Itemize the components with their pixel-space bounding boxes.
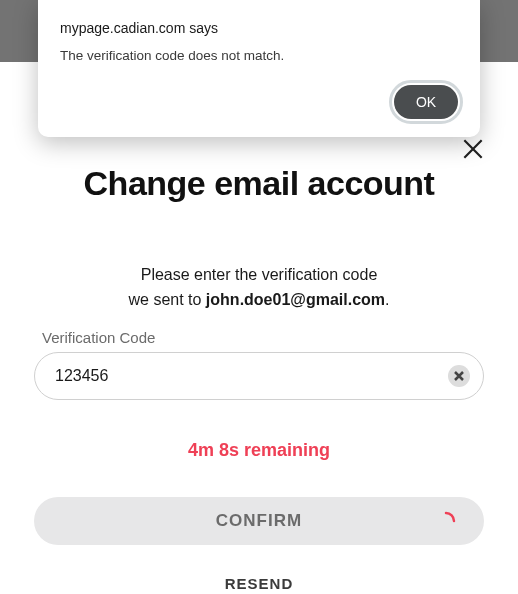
resend-button[interactable]: RESEND — [34, 567, 484, 594]
modal-title: Change email account — [34, 164, 484, 203]
verification-code-input[interactable] — [34, 352, 484, 400]
change-email-modal: Change email account Please enter the ve… — [4, 66, 514, 594]
alert-origin: mypage.cadian.com says — [60, 20, 458, 36]
alert-ok-button[interactable]: OK — [394, 85, 458, 119]
code-input-wrap — [34, 352, 484, 400]
confirm-button[interactable]: CONFIRM — [34, 497, 484, 545]
close-icon[interactable] — [460, 136, 486, 162]
x-icon — [454, 371, 464, 381]
browser-alert: mypage.cadian.com says The verification … — [38, 0, 480, 137]
loading-spinner-icon — [436, 511, 456, 531]
target-email: john.doe01@gmail.com — [206, 291, 385, 308]
field-label: Verification Code — [42, 329, 484, 346]
countdown-timer: 4m 8s remaining — [34, 440, 484, 461]
confirm-label: CONFIRM — [216, 511, 302, 531]
alert-actions: OK — [60, 85, 458, 119]
alert-message: The verification code does not match. — [60, 48, 458, 63]
instruction-text: Please enter the verification code we se… — [34, 263, 484, 313]
clear-input-button[interactable] — [448, 365, 470, 387]
instruction-line1: Please enter the verification code — [34, 263, 484, 288]
instruction-line2: we sent to john.doe01@gmail.com. — [34, 288, 484, 313]
